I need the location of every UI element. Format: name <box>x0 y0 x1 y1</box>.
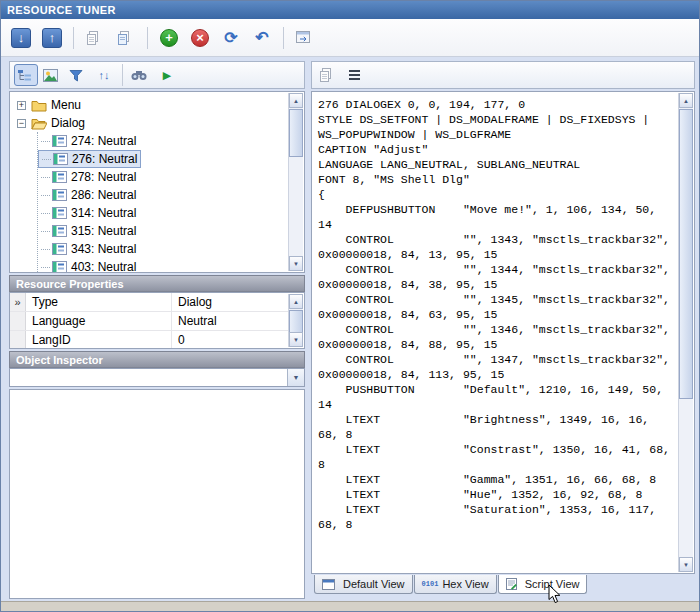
status-strip <box>1 601 700 612</box>
resource-tree-panel: + Menu − Dialog 274: Neutral 276: Neutra… <box>9 91 305 273</box>
sort-button[interactable]: ↑↓ <box>92 64 116 86</box>
delete-resource-button[interactable]: × <box>186 24 214 52</box>
tree-toolbar: ↑↓ ▶ <box>9 61 305 89</box>
tree-item-label: 315: Neutral <box>71 224 136 238</box>
folder-icon <box>31 99 47 112</box>
tree-item-menu[interactable]: + Menu <box>14 96 81 114</box>
tree-item-286[interactable]: 286: Neutral <box>38 186 139 204</box>
up-arrow-icon: ↑ <box>42 28 62 48</box>
copy-icon <box>318 67 334 83</box>
search-button[interactable] <box>129 64 153 86</box>
section-title: Object Inspector <box>16 354 103 366</box>
view-tabs: Default View 0101 Hex View Script View <box>311 575 695 598</box>
dialog-resource-icon <box>52 225 67 237</box>
tree-item-274[interactable]: 274: Neutral <box>38 132 139 150</box>
scroll-up-icon[interactable]: ▲ <box>289 294 303 309</box>
scroll-down-icon[interactable]: ▼ <box>289 256 303 271</box>
resource-editor-button[interactable] <box>291 24 319 52</box>
image-view-button[interactable] <box>40 64 64 86</box>
script-scrollbar[interactable]: ▲ ▼ <box>678 93 693 572</box>
tree-item-label: 286: Neutral <box>71 188 136 202</box>
title-bar: RESOURCE TUNER <box>1 1 700 19</box>
sort-icon: ↑↓ <box>99 67 110 83</box>
view-options-button[interactable] <box>342 64 366 86</box>
script-view-panel: 276 DIALOGEX 0, 0, 194, 177, 0 STYLE DS_… <box>311 91 695 574</box>
row-gutter <box>10 312 26 330</box>
property-row-langid[interactable]: LangID 0 <box>10 331 289 349</box>
dialog-resource-icon <box>53 153 68 165</box>
tree-item-276[interactable]: 276: Neutral <box>38 150 141 168</box>
tree-item-label: 403: Neutral <box>71 260 136 273</box>
property-value[interactable]: 0 <box>172 333 289 347</box>
dialog-resource-icon <box>52 189 67 201</box>
duplicate-button[interactable] <box>112 24 140 52</box>
toolbar-separator <box>122 64 123 86</box>
script-toolbar <box>311 61 695 89</box>
property-value[interactable]: Dialog <box>172 295 289 309</box>
section-title: Resource Properties <box>16 278 124 290</box>
list-icon <box>349 68 360 82</box>
copy-icon <box>85 30 101 46</box>
active-row-marker: » <box>10 293 26 311</box>
toolbar-separator <box>73 27 74 49</box>
binoculars-icon <box>131 69 147 81</box>
tree-item-343[interactable]: 343: Neutral <box>38 240 139 258</box>
image-icon <box>43 69 58 82</box>
tab-label: Script View <box>525 578 580 590</box>
scroll-up-icon[interactable]: ▲ <box>289 93 303 108</box>
scroll-down-icon[interactable]: ▼ <box>289 332 303 347</box>
tree-item-label: 276: Neutral <box>72 152 137 166</box>
tree-item-label: 343: Neutral <box>71 242 136 256</box>
run-icon: ▶ <box>163 69 171 82</box>
script-text[interactable]: 276 DIALOGEX 0, 0, 194, 177, 0 STYLE DS_… <box>318 97 676 532</box>
dropdown-icon[interactable]: ▼ <box>287 369 304 386</box>
filter-icon <box>69 69 83 82</box>
dialog-resource-icon <box>52 171 67 183</box>
filter-button[interactable] <box>66 64 90 86</box>
scroll-up-icon[interactable]: ▲ <box>679 93 693 108</box>
object-inspector-header: Object Inspector <box>9 351 305 368</box>
property-row-language[interactable]: Language Neutral <box>10 312 289 331</box>
hex-icon: 0101 <box>422 580 439 588</box>
tree-view-button[interactable] <box>14 64 38 86</box>
scroll-down-icon[interactable]: ▼ <box>679 557 693 572</box>
expand-icon[interactable]: + <box>17 101 26 110</box>
dialog-resource-icon <box>52 135 67 147</box>
load-resource-button[interactable]: ↑ <box>38 24 66 52</box>
tree-item-314[interactable]: 314: Neutral <box>38 204 139 222</box>
scroll-thumb[interactable] <box>679 109 693 399</box>
tree-item-278[interactable]: 278: Neutral <box>38 168 139 186</box>
tab-hex-view[interactable]: 0101 Hex View <box>414 575 497 594</box>
tree-scrollbar[interactable]: ▲ ▼ <box>288 93 303 271</box>
tab-script-view[interactable]: Script View <box>498 575 588 594</box>
property-value[interactable]: Neutral <box>172 314 289 328</box>
properties-scrollbar[interactable]: ▲ ▼ <box>288 294 303 347</box>
tree-item-315[interactable]: 315: Neutral <box>38 222 139 240</box>
dialog-view-icon <box>322 579 335 590</box>
down-arrow-icon: ↓ <box>11 28 31 48</box>
dialog-resource-icon <box>52 207 67 219</box>
refresh-icon: ⟳ <box>224 30 237 46</box>
property-name: Language <box>26 312 172 330</box>
tree-item-dialog[interactable]: − Dialog <box>14 114 85 132</box>
script-page-icon <box>506 578 517 590</box>
save-resource-button[interactable]: ↓ <box>7 24 35 52</box>
tree-item-label: 314: Neutral <box>71 206 136 220</box>
add-icon: + <box>160 29 178 47</box>
tab-default-view[interactable]: Default View <box>314 575 413 594</box>
dialog-resource-icon <box>52 243 67 255</box>
scroll-thumb[interactable] <box>289 310 303 333</box>
tree-item-403[interactable]: 403: Neutral <box>38 258 139 273</box>
goto-resource-button[interactable]: ▶ <box>155 64 179 86</box>
copy-button[interactable] <box>81 24 109 52</box>
refresh-button[interactable]: ⟳ <box>217 24 245 52</box>
object-inspector-combo[interactable]: ▼ <box>9 368 305 387</box>
undo-button[interactable]: ↶ <box>248 24 276 52</box>
copy-script-button[interactable] <box>316 64 340 86</box>
tree-item-label: 274: Neutral <box>71 134 136 148</box>
property-row-type[interactable]: » Type Dialog <box>10 293 289 312</box>
collapse-icon[interactable]: − <box>17 119 26 128</box>
dialog-editor-icon <box>295 30 312 45</box>
scroll-thumb[interactable] <box>289 109 303 157</box>
add-resource-button[interactable]: + <box>155 24 183 52</box>
